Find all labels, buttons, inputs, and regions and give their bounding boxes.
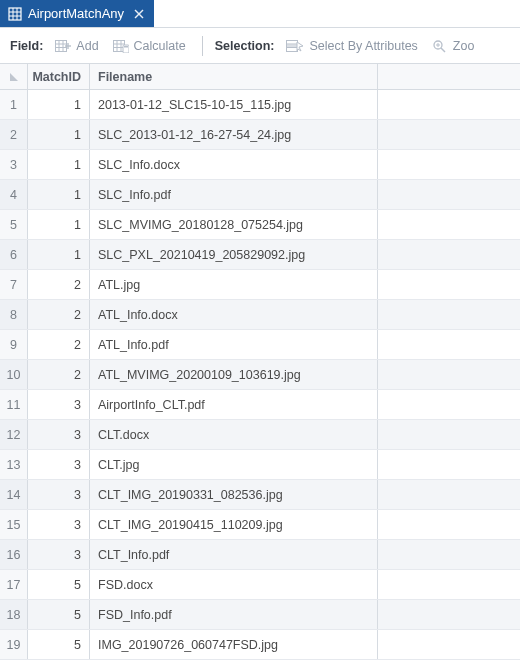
cell-matchid[interactable]: 5 bbox=[28, 600, 90, 629]
cell-matchid[interactable]: 2 bbox=[28, 270, 90, 299]
cell-filename[interactable]: SLC_Info.docx bbox=[90, 150, 378, 179]
row-number[interactable]: 11 bbox=[0, 390, 28, 419]
table-row[interactable]: 112013-01-12_SLC15-10-15_115.jpg bbox=[0, 90, 520, 120]
table-row[interactable]: 72ATL.jpg bbox=[0, 270, 520, 300]
row-number[interactable]: 4 bbox=[0, 180, 28, 209]
tab-airportmatchany[interactable]: AirportMatchAny bbox=[0, 0, 154, 27]
column-header-filename[interactable]: Filename bbox=[90, 64, 378, 89]
cell-filename[interactable]: ATL.jpg bbox=[90, 270, 378, 299]
zoom-label: Zoo bbox=[453, 39, 475, 53]
cell-matchid[interactable]: 2 bbox=[28, 330, 90, 359]
row-number[interactable]: 2 bbox=[0, 120, 28, 149]
table-row[interactable]: 195IMG_20190726_060747FSD.jpg bbox=[0, 630, 520, 660]
calculate-icon bbox=[113, 39, 129, 53]
cell-filename[interactable]: CLT_IMG_20190415_110209.jpg bbox=[90, 510, 378, 539]
table-row[interactable]: 113AirportInfo_CLT.pdf bbox=[0, 390, 520, 420]
cell-matchid[interactable]: 5 bbox=[28, 570, 90, 599]
row-number[interactable]: 5 bbox=[0, 210, 28, 239]
cell-filename[interactable]: FSD_Info.pdf bbox=[90, 600, 378, 629]
row-number[interactable]: 12 bbox=[0, 420, 28, 449]
row-number[interactable]: 8 bbox=[0, 300, 28, 329]
table-row[interactable]: 185FSD_Info.pdf bbox=[0, 600, 520, 630]
table-row[interactable]: 31SLC_Info.docx bbox=[0, 150, 520, 180]
table-row[interactable]: 61SLC_PXL_20210419_205829092.jpg bbox=[0, 240, 520, 270]
tab-title: AirportMatchAny bbox=[28, 6, 124, 21]
cell-matchid[interactable]: 3 bbox=[28, 480, 90, 509]
cell-matchid[interactable]: 3 bbox=[28, 420, 90, 449]
cell-matchid[interactable]: 1 bbox=[28, 150, 90, 179]
svg-rect-7 bbox=[56, 40, 67, 51]
select-by-attributes-button[interactable]: Select By Attributes bbox=[286, 39, 417, 53]
calculate-button[interactable]: Calculate bbox=[113, 39, 186, 53]
table-icon bbox=[8, 7, 22, 21]
tab-bar: AirportMatchAny bbox=[0, 0, 520, 28]
row-number[interactable]: 1 bbox=[0, 90, 28, 119]
table-row[interactable]: 163CLT_Info.pdf bbox=[0, 540, 520, 570]
cell-matchid[interactable]: 1 bbox=[28, 120, 90, 149]
cell-filename[interactable]: SLC_PXL_20210419_205829092.jpg bbox=[90, 240, 378, 269]
table-row[interactable]: 51SLC_MVIMG_20180128_075254.jpg bbox=[0, 210, 520, 240]
cell-matchid[interactable]: 1 bbox=[28, 210, 90, 239]
cell-matchid[interactable]: 2 bbox=[28, 360, 90, 389]
row-number[interactable]: 17 bbox=[0, 570, 28, 599]
cell-filename[interactable]: SLC_2013-01-12_16-27-54_24.jpg bbox=[90, 120, 378, 149]
cell-filename[interactable]: CLT.jpg bbox=[90, 450, 378, 479]
svg-rect-24 bbox=[287, 44, 297, 47]
cell-matchid[interactable]: 5 bbox=[28, 630, 90, 659]
table-row[interactable]: 92ATL_Info.pdf bbox=[0, 330, 520, 360]
add-field-button[interactable]: Add bbox=[55, 39, 98, 53]
row-number[interactable]: 3 bbox=[0, 150, 28, 179]
cell-matchid[interactable]: 3 bbox=[28, 450, 90, 479]
cell-matchid[interactable]: 1 bbox=[28, 180, 90, 209]
row-number[interactable]: 19 bbox=[0, 630, 28, 659]
cell-filename[interactable]: 2013-01-12_SLC15-10-15_115.jpg bbox=[90, 90, 378, 119]
row-number[interactable]: 10 bbox=[0, 360, 28, 389]
table-row[interactable]: 21SLC_2013-01-12_16-27-54_24.jpg bbox=[0, 120, 520, 150]
select-by-attributes-label: Select By Attributes bbox=[309, 39, 417, 53]
zoom-icon bbox=[432, 39, 448, 53]
row-number[interactable]: 7 bbox=[0, 270, 28, 299]
column-header-matchid[interactable]: MatchID bbox=[28, 64, 90, 89]
field-label: Field: bbox=[10, 39, 43, 53]
cell-filename[interactable]: CLT_IMG_20190331_082536.jpg bbox=[90, 480, 378, 509]
cell-filename[interactable]: SLC_MVIMG_20180128_075254.jpg bbox=[90, 210, 378, 239]
cell-matchid[interactable]: 2 bbox=[28, 300, 90, 329]
table-row[interactable]: 41SLC_Info.pdf bbox=[0, 180, 520, 210]
cell-filename[interactable]: SLC_Info.pdf bbox=[90, 180, 378, 209]
cell-matchid[interactable]: 3 bbox=[28, 390, 90, 419]
cell-filename[interactable]: CLT_Info.pdf bbox=[90, 540, 378, 569]
cell-matchid[interactable]: 1 bbox=[28, 90, 90, 119]
table-row[interactable]: 102ATL_MVIMG_20200109_103619.jpg bbox=[0, 360, 520, 390]
table-row[interactable]: 153CLT_IMG_20190415_110209.jpg bbox=[0, 510, 520, 540]
table-row[interactable]: 143CLT_IMG_20190331_082536.jpg bbox=[0, 480, 520, 510]
add-field-icon bbox=[55, 39, 71, 53]
table-body: 112013-01-12_SLC15-10-15_115.jpg21SLC_20… bbox=[0, 90, 520, 660]
cell-matchid[interactable]: 3 bbox=[28, 510, 90, 539]
row-number[interactable]: 6 bbox=[0, 240, 28, 269]
cell-matchid[interactable]: 3 bbox=[28, 540, 90, 569]
cell-filename[interactable]: AirportInfo_CLT.pdf bbox=[90, 390, 378, 419]
cell-filename[interactable]: CLT.docx bbox=[90, 420, 378, 449]
cell-filename[interactable]: ATL_Info.docx bbox=[90, 300, 378, 329]
zoom-to-button[interactable]: Zoo bbox=[432, 39, 475, 53]
row-number[interactable]: 9 bbox=[0, 330, 28, 359]
close-icon[interactable] bbox=[134, 9, 144, 19]
toolbar-separator bbox=[202, 36, 203, 56]
table-row[interactable]: 123CLT.docx bbox=[0, 420, 520, 450]
svg-rect-0 bbox=[9, 8, 21, 20]
select-all-corner[interactable] bbox=[0, 64, 28, 89]
cell-filename[interactable]: FSD.docx bbox=[90, 570, 378, 599]
row-number[interactable]: 15 bbox=[0, 510, 28, 539]
cell-filename[interactable]: ATL_MVIMG_20200109_103619.jpg bbox=[90, 360, 378, 389]
table-row[interactable]: 133CLT.jpg bbox=[0, 450, 520, 480]
cell-filename[interactable]: IMG_20190726_060747FSD.jpg bbox=[90, 630, 378, 659]
table-row[interactable]: 175FSD.docx bbox=[0, 570, 520, 600]
row-number[interactable]: 18 bbox=[0, 600, 28, 629]
table-row[interactable]: 82ATL_Info.docx bbox=[0, 300, 520, 330]
select-by-attributes-icon bbox=[286, 39, 304, 53]
row-number[interactable]: 14 bbox=[0, 480, 28, 509]
cell-filename[interactable]: ATL_Info.pdf bbox=[90, 330, 378, 359]
row-number[interactable]: 13 bbox=[0, 450, 28, 479]
row-number[interactable]: 16 bbox=[0, 540, 28, 569]
cell-matchid[interactable]: 1 bbox=[28, 240, 90, 269]
